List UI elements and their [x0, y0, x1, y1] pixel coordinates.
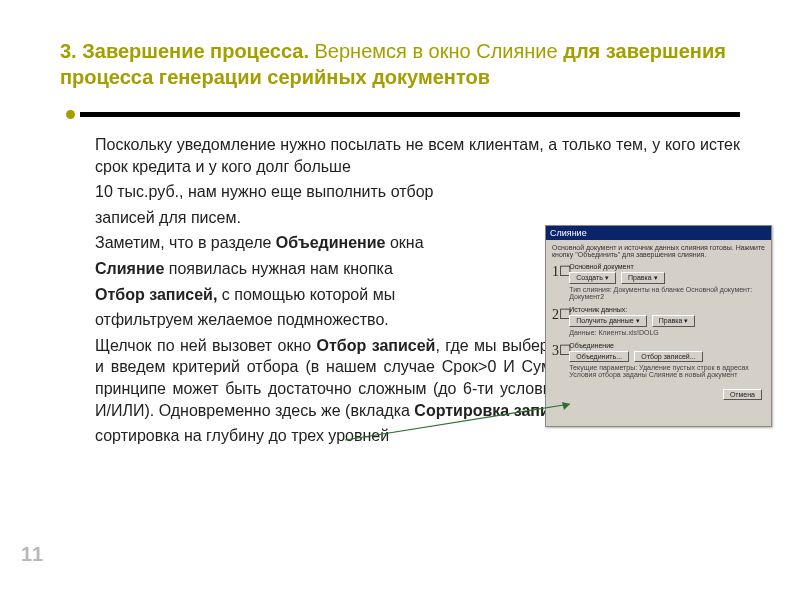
divider-bar [80, 112, 740, 117]
p6: Отбор записей, с помощью которой мы [95, 284, 525, 306]
slide-title: 3. Завершение процесса. Вернемся в окно … [60, 38, 740, 90]
sec1-sub: Тип слияния: Документы на бланке Основно… [569, 286, 759, 300]
p1: Поскольку уведомление нужно посылать не … [95, 134, 740, 177]
p3: записей для писем. [95, 207, 525, 229]
edit-button-1[interactable]: Правка ▾ [621, 272, 665, 284]
sec3-label: Объединение [569, 342, 759, 349]
step-1-icon: 1☐ [552, 263, 567, 280]
create-button[interactable]: Создать ▾ [569, 272, 616, 284]
dialog-titlebar: Слияние [546, 226, 771, 240]
step-2-icon: 2☐ [552, 306, 567, 323]
p4: Заметим, что в разделе Объединение окна [95, 232, 525, 254]
p7: отфильтруем желаемое подмножество. [95, 309, 525, 331]
step-3-icon: 3☐ [552, 342, 567, 359]
edit-button-2[interactable]: Правка ▾ [652, 315, 696, 327]
page-number: 11 [10, 543, 54, 566]
merge-dialog: Слияние Основной документ и источник дан… [545, 225, 772, 427]
p5: Слияние появилась нужная нам кнопка [95, 258, 525, 280]
sec2-sub: Данные: Клиенты.xls!DOLG [569, 329, 759, 336]
dialog-hint: Основной документ и источник данных слия… [552, 244, 765, 258]
cancel-button[interactable]: Отмена [723, 389, 762, 400]
filter-records-button[interactable]: Отбор записей... [634, 351, 702, 362]
title-part2: Вернемся в окно [309, 40, 476, 62]
sec1-label: Основной документ [569, 263, 759, 270]
sec3-sub: Текущие параметры: Удаление пустых строк… [569, 364, 759, 378]
merge-button[interactable]: Объединить... [569, 351, 629, 362]
p2: 10 тыс.руб., нам нужно еще выполнить отб… [95, 181, 525, 203]
title-part1: 3. Завершение процесса. [60, 40, 309, 62]
title-part3: Слияние [476, 40, 557, 62]
get-data-button[interactable]: Получить данные ▾ [569, 315, 646, 327]
sec2-label: Источник данных: [569, 306, 759, 313]
divider-dot [66, 110, 75, 119]
p9: сортировка на глубину до трех уровней [95, 425, 740, 447]
divider [60, 108, 740, 120]
